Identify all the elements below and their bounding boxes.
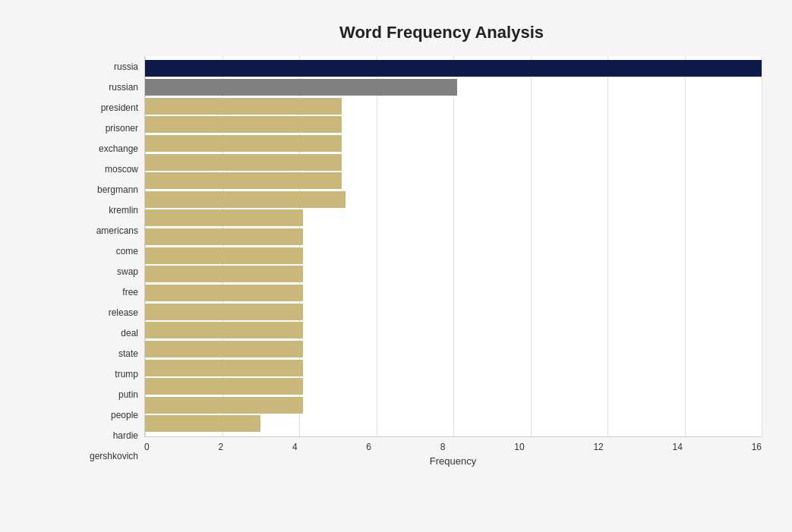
y-label: swap — [76, 261, 138, 282]
x-tick: 16 — [752, 442, 762, 452]
y-label: gershkovich — [76, 446, 138, 467]
y-label: russian — [76, 77, 138, 97]
bar — [145, 304, 303, 320]
y-label: prisoner — [76, 118, 138, 138]
bar-row — [145, 303, 762, 321]
bar — [145, 60, 762, 77]
x-tick: 2 — [218, 442, 223, 452]
bar — [145, 247, 303, 264]
y-label: moscow — [76, 159, 138, 179]
bar — [145, 378, 303, 395]
bar-row — [145, 340, 762, 358]
bar — [145, 209, 303, 226]
y-label: americans — [76, 220, 138, 241]
y-label: release — [76, 303, 138, 323]
bar — [145, 397, 303, 414]
grid-line — [762, 56, 762, 436]
y-label: free — [76, 282, 138, 303]
bar — [145, 415, 260, 432]
bar-row — [145, 228, 762, 246]
bar-row — [145, 414, 762, 433]
bar — [145, 191, 346, 208]
y-label: deal — [76, 323, 138, 344]
bar — [145, 285, 303, 301]
x-tick: 10 — [514, 442, 524, 452]
x-axis-label: Frequency — [144, 455, 762, 467]
chart-title: Word Frequency Analysis — [76, 23, 762, 42]
y-label: come — [76, 241, 138, 261]
x-tick: 8 — [440, 442, 446, 452]
bar-row — [145, 59, 762, 77]
bar-row — [145, 247, 762, 265]
plot-area: 0246810121416 Frequency — [144, 56, 762, 467]
bar-row — [145, 134, 762, 153]
bar-row — [145, 115, 762, 134]
bar-row — [145, 97, 762, 115]
bar-row — [145, 172, 762, 190]
x-tick: 14 — [673, 442, 683, 452]
bar — [145, 228, 303, 245]
bar — [145, 341, 303, 357]
y-label: russia — [76, 56, 138, 77]
bar — [145, 172, 342, 189]
bar-row — [145, 78, 762, 96]
y-label: kremlin — [76, 200, 138, 220]
bar — [145, 116, 342, 133]
bar-row — [145, 284, 762, 302]
y-label: exchange — [76, 138, 138, 159]
x-tick: 4 — [292, 442, 298, 452]
y-label: hardie — [76, 426, 138, 446]
bar-row — [145, 153, 762, 172]
y-label: putin — [76, 385, 138, 405]
bar — [145, 135, 342, 152]
y-labels: russiarussianpresidentprisonerexchangemo… — [76, 56, 144, 467]
x-tick: 12 — [593, 442, 603, 452]
bar-row — [145, 190, 762, 209]
bars-container — [144, 56, 762, 437]
bar-row — [145, 359, 762, 377]
bars — [145, 56, 762, 436]
y-label: bergmann — [76, 179, 138, 200]
y-label: state — [76, 344, 138, 364]
x-tick: 6 — [366, 442, 371, 452]
bar — [145, 360, 303, 376]
bar-row — [145, 377, 762, 395]
chart-container: Word Frequency Analysis russiarussianpre… — [0, 0, 792, 532]
bar — [145, 79, 457, 96]
bar — [145, 98, 342, 115]
x-axis: 0246810121416 — [144, 437, 762, 452]
x-tick: 0 — [144, 442, 150, 452]
bar-row — [145, 265, 762, 283]
bar — [145, 266, 303, 282]
y-label: people — [76, 405, 138, 426]
bar-row — [145, 396, 762, 414]
y-label: trump — [76, 364, 138, 385]
bar-row — [145, 209, 762, 227]
bar-row — [145, 321, 762, 339]
bar — [145, 322, 303, 338]
bar — [145, 154, 342, 171]
y-label: president — [76, 97, 138, 118]
chart-area: russiarussianpresidentprisonerexchangemo… — [76, 56, 762, 467]
